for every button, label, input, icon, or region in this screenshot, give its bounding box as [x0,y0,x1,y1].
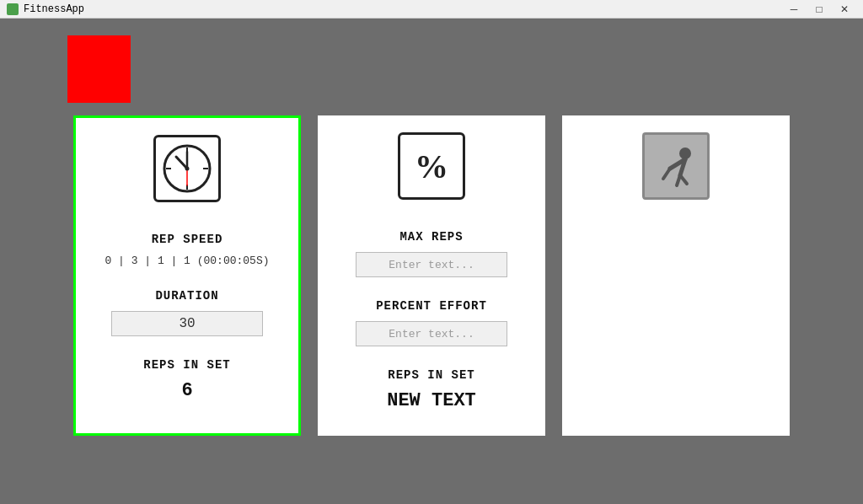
close-button[interactable]: ✕ [833,1,856,18]
rep-speed-label: REP SPEED [152,233,223,246]
person-icon-wrapper [642,132,710,200]
card-person [562,115,790,436]
percent-effort-label: PERCENT EFFORT [376,299,487,313]
title-bar-left: FitnessApp [7,3,84,15]
max-reps-input[interactable] [356,252,507,277]
red-square [67,35,131,103]
svg-line-11 [663,169,670,179]
card-rep-speed: REP SPEED 0 | 3 | 1 | 1 (00:00:05S) DURA… [73,115,301,436]
duration-label: DURATION [155,289,218,303]
clock-icon [162,143,212,194]
svg-point-8 [185,167,190,171]
cards-container: REP SPEED 0 | 3 | 1 | 1 (00:00:05S) DURA… [67,115,796,436]
maximize-button[interactable]: □ [807,1,831,18]
title-bar: FitnessApp ─ □ ✕ [0,0,863,19]
reps-in-set-label-2: REPS IN SET [388,368,474,382]
percent-icon-container: % [398,132,465,200]
title-bar-controls: ─ □ ✕ [782,1,856,18]
max-reps-label: MAX REPS [399,230,463,244]
svg-line-14 [680,175,687,184]
minimize-button[interactable]: ─ [782,1,806,18]
percent-icon: % [415,147,448,186]
rep-speed-value: 0 | 3 | 1 | 1 (00:00:05S) [105,255,269,267]
app-icon [7,3,19,15]
card-max-reps: % MAX REPS PERCENT EFFORT REPS IN SET NE… [318,115,545,436]
main-content: REP SPEED 0 | 3 | 1 | 1 (00:00:05S) DURA… [0,19,863,504]
reps-in-set-value-2: NEW TEXT [387,390,476,411]
reps-in-set-label-1: REPS IN SET [143,358,230,372]
person-icon-container [642,132,710,200]
app-title: FitnessApp [24,3,84,15]
duration-input[interactable] [111,311,263,336]
clock-icon-container [153,135,221,202]
percent-effort-input[interactable] [356,321,507,346]
person-icon [653,143,700,190]
reps-in-set-value-1: 6 [181,380,192,401]
